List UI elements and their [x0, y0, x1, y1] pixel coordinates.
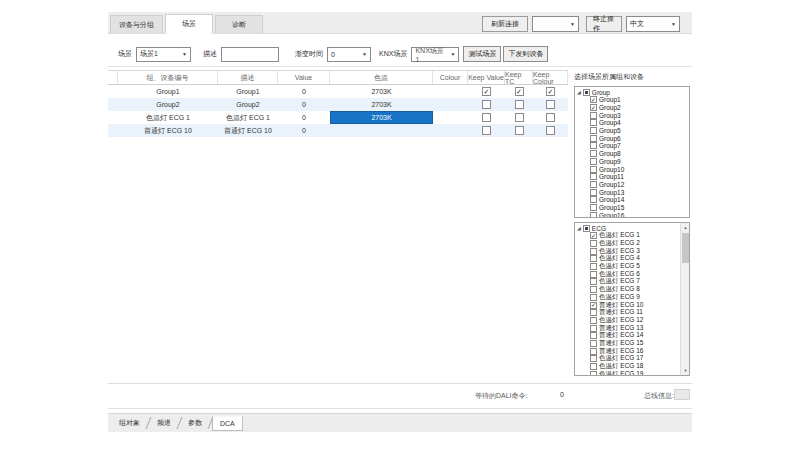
scene-device-table: 组、设备编号 描述 Value 色温 Colour Keep Value Kee… [108, 70, 568, 137]
scroll-up-icon[interactable]: ▲ [681, 223, 690, 232]
scrollbar-thumb[interactable] [682, 233, 689, 263]
group-tree-item-checkbox[interactable] [590, 212, 597, 218]
ecg-tree-item[interactable]: 色温灯 ECG 19 [575, 370, 689, 376]
group-tree-item-checkbox[interactable] [590, 158, 597, 165]
keep-colour-checkbox[interactable] [546, 126, 555, 135]
knx-scene-select[interactable]: KNX场景1 ▼ [411, 47, 459, 62]
ecg-tree-item-root-checkbox[interactable] [583, 225, 590, 232]
group-tree-item[interactable]: Group15 [575, 204, 689, 212]
group-tree-item-checkbox[interactable] [590, 181, 597, 188]
scene-toolbar: 场景 场景1 ▼ 描述 渐变时间 0 ▼ KNX场景 KNX场景1 ▼ 测试场景… [108, 42, 692, 67]
table-row[interactable]: 普通灯 ECG 10普通灯 ECG 100 [108, 124, 568, 137]
group-tree-item-checkbox[interactable]: ✓ [590, 96, 597, 103]
keep-tc-checkbox[interactable] [515, 100, 524, 109]
ecg-tree-item-checkbox[interactable] [590, 355, 597, 362]
group-tree-item-checkbox[interactable] [590, 119, 597, 126]
group-tree-item-checkbox[interactable] [590, 150, 597, 157]
group-tree-item-checkbox[interactable] [590, 173, 597, 180]
ecg-tree-item-checkbox[interactable] [590, 248, 597, 255]
ecg-tree-item-checkbox[interactable] [590, 340, 597, 347]
table-row[interactable]: 色温灯 ECG 1色温灯 ECG 102703K [108, 111, 568, 124]
ecg-tree-item-checkbox[interactable]: ✓ [590, 232, 597, 239]
group-tree-item[interactable]: ✓Group1 [575, 96, 689, 104]
connection-dropdown[interactable]: ▼ [532, 16, 579, 32]
group-tree-item-label: Group2 [599, 104, 621, 111]
tab-dca[interactable]: DCA [212, 416, 243, 431]
keep-colour-checkbox[interactable] [546, 113, 555, 122]
ecg-tree-item-checkbox[interactable] [590, 317, 597, 324]
keep-colour-checkbox[interactable] [546, 100, 555, 109]
group-tree-item[interactable]: ✓Group2 [575, 104, 689, 112]
ecg-tree-item-checkbox[interactable] [590, 371, 597, 376]
group-tree-item[interactable]: Group8 [575, 150, 689, 158]
ecg-tree-item-checkbox[interactable] [590, 286, 597, 293]
group-tree-item-checkbox[interactable] [590, 127, 597, 134]
tab-diagnostics[interactable]: 诊断 [215, 15, 263, 33]
description-input[interactable] [221, 47, 279, 62]
group-tree-item[interactable]: Group4 [575, 119, 689, 127]
keep-tc-checkbox[interactable] [515, 126, 524, 135]
group-tree-item-checkbox[interactable] [590, 189, 597, 196]
group-tree-item[interactable]: Group10 [575, 165, 689, 173]
ecg-tree-item-checkbox[interactable] [590, 294, 597, 301]
group-tree-item-checkbox[interactable] [590, 166, 597, 173]
table-row[interactable]: Group1Group102703K✓✓✓ [108, 85, 568, 98]
expander-icon[interactable]: ◢ [577, 225, 581, 231]
keep-colour-checkbox[interactable]: ✓ [546, 87, 555, 96]
ecg-tree-item-checkbox[interactable] [590, 332, 597, 339]
ecg-tree-item-checkbox[interactable]: ✓ [590, 302, 597, 309]
tab-parameters[interactable]: 参数 [181, 416, 209, 431]
status-separator [108, 383, 692, 384]
keep-value-checkbox[interactable] [482, 113, 491, 122]
group-tree-item-root[interactable]: ◢Group [575, 88, 689, 96]
keep-value-checkbox[interactable] [482, 126, 491, 135]
tab-channels[interactable]: 频道 [150, 416, 178, 431]
group-tree-item[interactable]: Group9 [575, 158, 689, 166]
tab-devices-grouping[interactable]: 设备与分组 [110, 15, 163, 33]
ecg-tree-item-checkbox[interactable] [590, 255, 597, 262]
group-tree-item[interactable]: Group12 [575, 181, 689, 189]
keep-value-checkbox[interactable]: ✓ [482, 87, 491, 96]
keep-tc-checkbox[interactable]: ✓ [515, 87, 524, 96]
keep-value-checkbox[interactable] [482, 100, 491, 109]
group-tree-item-root-checkbox[interactable] [583, 89, 590, 96]
language-dropdown[interactable]: 中文 ▼ [626, 16, 680, 32]
tab-scenes[interactable]: 场景 [165, 14, 213, 34]
group-tree-item-checkbox[interactable] [590, 142, 597, 149]
stop-operation-button[interactable]: 终止操作 [586, 16, 622, 32]
group-tree-item[interactable]: Group5 [575, 127, 689, 135]
keep-tc-checkbox[interactable] [515, 113, 524, 122]
expander-icon[interactable]: ◢ [577, 89, 581, 95]
group-tree-item[interactable]: Group14 [575, 196, 689, 204]
ecg-tree-item-checkbox[interactable] [590, 325, 597, 332]
group-tree-item[interactable]: Group13 [575, 188, 689, 196]
ecg-tree-item-checkbox[interactable] [590, 263, 597, 270]
device-cell: 色温灯 ECG 1 [118, 111, 218, 124]
group-tree-item-checkbox[interactable]: ✓ [590, 104, 597, 111]
group-tree-item-checkbox[interactable] [590, 112, 597, 119]
ecg-tree-item-checkbox[interactable] [590, 309, 597, 316]
fade-time-select[interactable]: 0 ▼ [327, 47, 371, 62]
selected-color-temp-cell[interactable]: 2703K [330, 111, 433, 124]
group-tree-item[interactable]: Group11 [575, 173, 689, 181]
group-tree-item-checkbox[interactable] [590, 204, 597, 211]
group-tree-item-checkbox[interactable] [590, 196, 597, 203]
scroll-down-icon[interactable]: ▼ [681, 366, 690, 375]
ecg-tree-item-checkbox[interactable] [590, 348, 597, 355]
send-to-devices-button[interactable]: 下发到设备 [503, 46, 548, 62]
refresh-connection-button[interactable]: 刷新连接 [482, 16, 528, 32]
test-scene-button[interactable]: 测试场景 [463, 46, 501, 62]
group-tree-item[interactable]: Group6 [575, 134, 689, 142]
ecg-tree-item-checkbox[interactable] [590, 278, 597, 285]
ecg-tree-item-checkbox[interactable] [590, 271, 597, 278]
group-tree-item[interactable]: Group16 [575, 211, 689, 218]
ecg-tree-item-checkbox[interactable] [590, 363, 597, 370]
group-tree-item[interactable]: Group7 [575, 142, 689, 150]
ecg-tree-item-checkbox[interactable] [590, 240, 597, 247]
tab-group-objects[interactable]: 组对象 [112, 416, 147, 431]
ecg-tree-scrollbar[interactable]: ▲ ▼ [680, 223, 689, 375]
group-tree-item-checkbox[interactable] [590, 135, 597, 142]
table-row[interactable]: Group2Group202703K [108, 98, 568, 111]
scene-select[interactable]: 场景1 ▼ [136, 47, 191, 62]
group-tree-item[interactable]: Group3 [575, 111, 689, 119]
